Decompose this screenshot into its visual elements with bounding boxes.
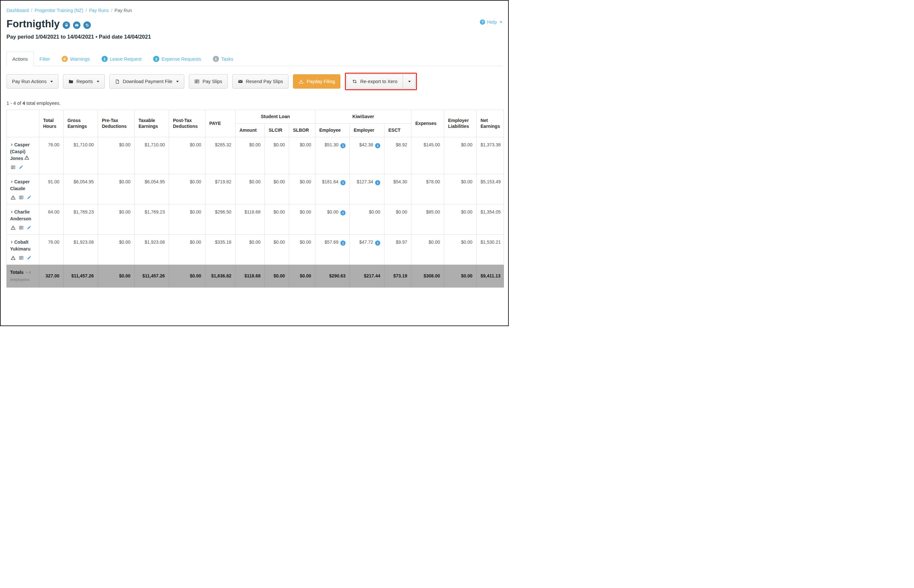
cell-net-earnings: $1,354.05 (476, 204, 504, 234)
pay-slip-icon[interactable] (19, 195, 24, 200)
cell-esct: $54.30 (384, 174, 412, 204)
button-label: Reports (76, 79, 93, 84)
total-student-loan-amount: $118.68 (236, 265, 265, 287)
cell-pre-tax-deductions: $0.00 (98, 174, 135, 204)
info-icon[interactable]: i (340, 180, 346, 185)
pay-slip-icon[interactable] (19, 255, 24, 260)
tab-bar: Actions Filter 6Warnings 1Leave Request … (6, 52, 502, 66)
edit-pencil-icon[interactable] (27, 255, 31, 260)
cell-gross-earnings: $1,923.08 (64, 234, 98, 265)
chevron-right-icon (10, 241, 13, 244)
help-menu[interactable]: ? Help (480, 19, 502, 25)
button-label: Payday Filing (307, 79, 335, 84)
info-icon[interactable]: i (375, 241, 380, 246)
tab-label: Expense Requests (161, 57, 201, 61)
cell-kiwisaver-employee: $57.69i (315, 234, 350, 265)
cell-employer-liabilities: $0.00 (444, 137, 476, 174)
pay-period-subtitle: Pay period 1/04/2021 to 14/04/2021 • Pai… (6, 34, 151, 40)
total-pre-tax-deductions: $0.00 (98, 265, 135, 287)
breadcrumb-organisation[interactable]: Progenitor Training (NZ) (34, 8, 83, 13)
tab-filter[interactable]: Filter (34, 52, 56, 66)
pay-run-actions-button[interactable]: Pay Run Actions (6, 74, 58, 89)
tab-expense-requests[interactable]: 2Expense Requests (147, 52, 207, 66)
info-icon[interactable]: i (340, 241, 346, 246)
header-net-earnings: Net Earnings (476, 110, 504, 137)
folder-icon (68, 79, 73, 84)
cell-kiwisaver-employee: $181.64i (315, 174, 350, 204)
breadcrumb-current: Pay Run (115, 8, 132, 13)
payday-filing-button[interactable]: Payday Filing (293, 74, 340, 89)
cell-esct: $0.00 (384, 204, 412, 234)
cell-gross-earnings: $1,769.23 (64, 204, 98, 234)
button-label: Pay Run Actions (12, 79, 47, 84)
header-employee (7, 110, 39, 137)
header-gross-earnings: Gross Earnings (64, 110, 98, 137)
tab-leave-request[interactable]: 1Leave Request (96, 52, 148, 66)
employee-name-link[interactable]: Casper (Caspi) Jones (10, 142, 36, 162)
employee-name-link[interactable]: Charlie Anderson (10, 208, 36, 222)
edit-pencil-icon[interactable] (27, 225, 31, 230)
total-paye: $1,636.82 (205, 265, 236, 287)
cell-total-hours: 84.00 (39, 204, 64, 234)
cell-gross-earnings: $1,710.00 (64, 137, 98, 174)
envelope-icon (238, 79, 243, 84)
cell-esct: $9.97 (384, 234, 412, 265)
warning-icon[interactable] (11, 225, 16, 230)
caret-down-icon (176, 81, 179, 82)
cell-employer-liabilities: $0.00 (444, 174, 476, 204)
pay-slip-icon[interactable] (11, 165, 16, 170)
table-row-employee: Casper Claude 91.00 $6,054.95 $0.00 $6,0… (7, 174, 504, 204)
header-employer-liabilities: Employer Liabilities (444, 110, 476, 137)
page-title: Fortnigthly (6, 18, 60, 30)
pay-slip-icon[interactable] (19, 225, 24, 230)
caret-down-icon (50, 81, 53, 82)
breadcrumb-pay-runs[interactable]: Pay Runs (89, 8, 109, 13)
cell-post-tax-deductions: $0.00 (169, 234, 205, 265)
reports-button[interactable]: Reports (63, 74, 105, 89)
cell-taxable-earnings: $1,710.00 (135, 137, 169, 174)
cell-expenses: $85.00 (412, 204, 444, 234)
cell-kiwisaver-employee: $51.30i (315, 137, 350, 174)
warning-icon[interactable] (24, 155, 29, 160)
tab-tasks[interactable]: 1Tasks (207, 52, 239, 66)
edit-pencil-icon[interactable] (19, 165, 23, 170)
tab-warnings[interactable]: 6Warnings (56, 52, 96, 66)
warning-icon[interactable] (11, 255, 16, 260)
breadcrumb-separator: / (31, 8, 32, 13)
re-export-dropdown-toggle[interactable] (403, 74, 415, 89)
info-icon[interactable]: i (375, 143, 380, 148)
tab-actions[interactable]: Actions (6, 52, 34, 66)
info-icon[interactable]: i (340, 210, 346, 215)
cell-net-earnings: $1,373.38 (476, 137, 504, 174)
chevron-right-icon (10, 210, 13, 213)
resend-pay-slips-button[interactable]: Resend Pay Slips (232, 74, 289, 89)
chevron-right-icon (10, 180, 13, 183)
envelope-icon[interactable] (73, 21, 81, 29)
employee-name-link[interactable]: Casper Claude (10, 178, 36, 192)
re-export-icon (352, 79, 357, 84)
sync-icon[interactable] (83, 21, 91, 29)
employee-name-link[interactable]: Cobalt Yukimaru (10, 239, 36, 252)
re-export-to-xero-button[interactable]: Re-export to Xero (347, 74, 403, 89)
header-slbor: SLBOR (289, 123, 315, 137)
download-payment-file-button[interactable]: Download Payment File (109, 74, 184, 89)
header-student-loan-amount: Amount (236, 123, 265, 137)
warning-icon[interactable] (11, 195, 16, 200)
total-gross-earnings: $11,457.26 (64, 265, 98, 287)
header-group-student-loan: Student Loan (236, 110, 315, 124)
cell-post-tax-deductions: $0.00 (169, 137, 205, 174)
total-kiwisaver-employer: $217.44 (350, 265, 384, 287)
header-esct: ESCT (384, 123, 412, 137)
pay-slips-button[interactable]: Pay Slips (189, 74, 228, 89)
info-icon[interactable]: i (375, 180, 380, 185)
edit-pencil-icon[interactable] (27, 195, 31, 200)
cell-post-tax-deductions: $0.00 (169, 174, 205, 204)
help-icon: ? (480, 19, 485, 25)
cell-total-hours: 91.00 (39, 174, 64, 204)
info-icon[interactable]: i (340, 143, 346, 148)
header-group-kiwisaver: KiwiSaver (315, 110, 412, 124)
breadcrumb-dashboard[interactable]: Dashboard (6, 8, 29, 13)
cell-taxable-earnings: $1,769.23 (135, 204, 169, 234)
cell-taxable-earnings: $6,054.95 (135, 174, 169, 204)
lock-icon[interactable] (63, 21, 70, 29)
